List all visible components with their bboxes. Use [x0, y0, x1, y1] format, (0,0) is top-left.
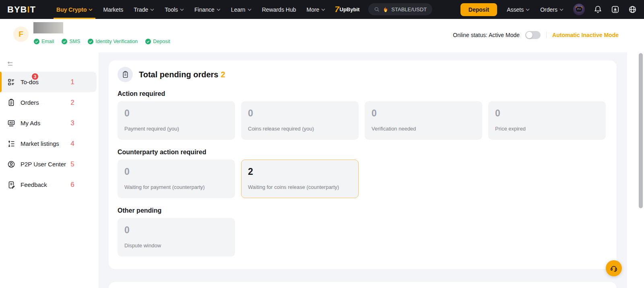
orders-icon: [7, 99, 15, 107]
nav-rewards-hub[interactable]: Rewards Hub: [257, 0, 301, 19]
download-app-icon[interactable]: [611, 5, 619, 14]
chevron-down-icon: [89, 8, 93, 11]
sidebar-item-market-listings[interactable]: Market listings 4: [0, 133, 99, 154]
svg-text:AD: AD: [9, 121, 13, 124]
clipboard-icon-circle: [118, 67, 133, 82]
sevenup-bybit-link[interactable]: 7 UpBybit: [334, 0, 359, 19]
sidebar-item-count: 2: [68, 99, 77, 107]
search-value: STABLE/USDT: [391, 6, 427, 12]
check-circle-icon: [62, 39, 67, 44]
market-listings-icon: [7, 140, 15, 148]
tile-value: 0: [124, 107, 228, 119]
logo-text-2: T: [30, 4, 36, 15]
tile-label: Dispute window: [124, 242, 228, 249]
user-center-icon: [7, 160, 15, 168]
profile-avatar[interactable]: F: [13, 27, 29, 42]
sidebar-item-my-ads[interactable]: AD My Ads 3: [0, 113, 99, 133]
tile-value: 0: [124, 224, 228, 236]
my-ads-icon: AD: [7, 119, 15, 127]
sidebar-item-p2p-user-center[interactable]: P2P User Center 5: [0, 154, 99, 174]
nav-label: Buy Crypto: [56, 6, 87, 13]
divider: [546, 32, 547, 38]
tile-label: Verification needed: [372, 126, 475, 132]
sidebar-item-feedback[interactable]: Feedback 6: [0, 174, 99, 195]
fire-icon: [383, 6, 388, 12]
online-status-toggle[interactable]: [525, 31, 541, 39]
nav-orders[interactable]: Orders: [539, 6, 564, 13]
automatic-inactive-mode-link[interactable]: Automatic Inactive Mode: [552, 32, 619, 38]
tile-label: Payment required (you): [124, 126, 228, 132]
nav-label: Trade: [134, 6, 148, 13]
tile-dispute-window[interactable]: 0 Dispute window: [118, 218, 235, 257]
language-globe-icon[interactable]: [628, 5, 637, 14]
avatar[interactable]: [573, 4, 585, 15]
nav-finance[interactable]: Finance: [189, 0, 226, 19]
section-heading-counterparty: Counterparty action required: [118, 149, 608, 156]
profile-header: F Email SMS: [0, 19, 644, 52]
tile-verification-needed[interactable]: 0 Verification needed: [365, 101, 482, 140]
tile-waiting-for-payment[interactable]: 0 Waiting for payment (counterparty): [118, 160, 235, 198]
sidebar-item-todos[interactable]: To-dos 3 1: [0, 72, 97, 92]
badge-label: Email: [41, 39, 54, 44]
sidebar-item-label: Feedback: [21, 181, 47, 188]
deposit-button[interactable]: Deposit: [460, 3, 497, 16]
section-heading-action-required: Action required: [118, 90, 608, 97]
tile-value: 0: [248, 107, 352, 119]
todos-notification-badge: 3: [31, 73, 39, 81]
badge-sms: SMS: [62, 39, 80, 44]
sidebar-item-label: My Ads: [21, 120, 40, 126]
tiles-other-pending: 0 Dispute window: [118, 218, 608, 257]
sidebar-menu: To-dos 3 1 Orders 2 AD: [0, 72, 99, 195]
nav-assets[interactable]: Assets: [506, 6, 530, 13]
tile-value: 2: [248, 166, 352, 178]
chevron-down-icon: [150, 8, 154, 11]
chevron-down-icon: [217, 8, 221, 11]
nav-trade[interactable]: Trade: [128, 0, 159, 19]
tile-label: Waiting for payment (counterparty): [124, 184, 228, 190]
nav-label: More: [306, 6, 319, 13]
page-title: Total pending orders2: [139, 70, 225, 79]
content-area: Total pending orders2 Action required 0 …: [99, 52, 627, 288]
nav-learn[interactable]: Learn: [226, 0, 257, 19]
nav-markets[interactable]: Markets: [98, 0, 128, 19]
nav-label: Tools: [165, 6, 178, 13]
tile-waiting-for-coins-release[interactable]: 2 Waiting for coins release (counterpart…: [241, 160, 359, 198]
sidebar-item-label: P2P User Center: [21, 161, 66, 168]
main-nav: Buy Crypto Markets Trade Tools Finance L…: [51, 0, 330, 19]
tile-price-expired[interactable]: 0 Price expired: [488, 101, 606, 140]
sidebar-item-orders[interactable]: Orders 2: [0, 92, 99, 113]
nav-more[interactable]: More: [301, 0, 330, 19]
collapse-arrow-icon: [6, 60, 14, 68]
sidebar-item-count: 4: [68, 140, 77, 148]
notifications-bell-icon[interactable]: [594, 5, 602, 14]
support-chat-button[interactable]: [606, 260, 622, 276]
sidebar: To-dos 3 1 Orders 2 AD: [0, 52, 99, 288]
search-input[interactable]: STABLE/USDT: [368, 3, 432, 15]
badge-label: Deposit: [153, 39, 170, 44]
check-circle-icon: [88, 39, 93, 44]
username-redacted: [33, 22, 63, 33]
bybit-logo[interactable]: BYBIT: [7, 0, 36, 19]
nav-tools[interactable]: Tools: [159, 0, 189, 19]
vertical-scrollbar-thumb[interactable]: [639, 53, 643, 208]
next-section-card: [109, 282, 617, 288]
badge-identity-verification: Identity Verification: [88, 39, 138, 44]
chevron-down-icon: [559, 8, 564, 11]
nav-buy-crypto[interactable]: Buy Crypto: [51, 0, 98, 19]
chevron-down-icon: [321, 8, 325, 11]
section-heading-other-pending: Other pending: [118, 207, 608, 214]
tile-value: 0: [124, 166, 228, 178]
sidebar-item-label: Market listings: [21, 140, 59, 147]
sidebar-item-count: 3: [68, 119, 77, 127]
nav-label: Orders: [540, 6, 557, 13]
title-text: Total pending orders: [139, 70, 218, 79]
tile-payment-required[interactable]: 0 Payment required (you): [118, 101, 235, 140]
sidebar-item-label: Orders: [21, 99, 39, 106]
check-circle-icon: [34, 39, 39, 44]
tile-coins-release-required[interactable]: 0 Coins release required (you): [241, 101, 359, 140]
sidebar-collapse-button[interactable]: [6, 60, 14, 68]
tile-value: 0: [495, 107, 599, 119]
search-icon: [374, 6, 380, 12]
chevron-down-icon: [180, 8, 184, 11]
nav-label: Assets: [507, 6, 524, 13]
